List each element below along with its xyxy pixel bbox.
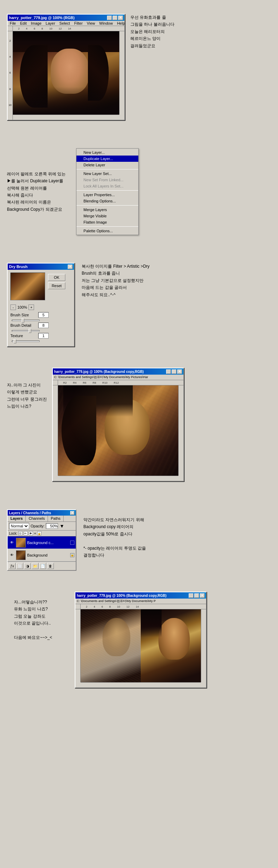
titlebar-buttons-4: _ □ ✕ <box>166 369 182 374</box>
zoom-out-btn[interactable]: - <box>10 304 16 310</box>
photoshop-window-6: harry_potter_779.jpg @ 100% (Background … <box>75 592 207 688</box>
menu-merge-layers[interactable]: Merge Layers <box>76 207 138 213</box>
lock-paint-btn[interactable]: ✏ <box>24 531 28 535</box>
layers-close[interactable]: ✕ <box>70 511 74 515</box>
h-ruler-4: R2R4R6R8R10R12 <box>58 380 183 385</box>
zoom-in-btn[interactable]: + <box>28 304 34 310</box>
s5-line4 <box>83 537 146 544</box>
opacity-arrow[interactable]: ▼ <box>59 523 64 529</box>
h-scrollbar-6[interactable] <box>81 682 201 687</box>
v-scrollbar-1[interactable] <box>119 31 124 115</box>
s2-line1: 레이어 팔레트 오른쪽 위에 있는 <box>7 170 66 177</box>
brush-detail-slider[interactable] <box>12 330 40 332</box>
brush-size-slider[interactable] <box>12 320 40 321</box>
menu-select[interactable]: Select <box>59 21 71 25</box>
lock-move-btn[interactable]: ✚ <box>29 531 33 535</box>
minimize-btn-1[interactable]: _ <box>107 16 112 20</box>
texture-thumb[interactable] <box>14 339 16 343</box>
layer-name-1: Background c... <box>27 541 54 545</box>
brush-size-input[interactable]: 5 <box>38 312 49 318</box>
folder-btn[interactable]: 📁 <box>32 563 39 569</box>
s5-line6: 결정합니다 <box>83 552 146 559</box>
layer-row-2[interactable]: 👁 Background 🔒 <box>8 549 76 561</box>
menu-flatten-image[interactable]: Flatten Image <box>76 219 138 225</box>
lock-row: Lock: ⊡ ✏ ✚ + 🔒 <box>8 531 76 536</box>
ok-button[interactable]: OK <box>48 274 65 281</box>
maximize-btn-4[interactable]: □ <box>172 369 177 374</box>
section-4: 자..아까 그 사진이 이렇게 변했군요 그런데 너무 뭉그러진 느낌이 나죠?… <box>0 364 278 485</box>
brush-size-thumb[interactable] <box>22 318 24 323</box>
new-layer-btn[interactable]: 📄 <box>39 563 46 569</box>
titlebar-6: harry_potter_779.jpg @ 100% (Background … <box>75 592 206 599</box>
menu-palette-options[interactable]: Palette Options... <box>76 228 138 234</box>
tab-channels[interactable]: Channels <box>26 516 48 521</box>
texture-input[interactable] <box>38 333 49 339</box>
lock-all-btn[interactable]: 🔒 <box>37 531 41 535</box>
split-canvas <box>81 609 201 682</box>
texture-slider[interactable] <box>12 341 40 342</box>
brush-detail-thumb[interactable] <box>28 329 31 333</box>
layers-win-btns: ✕ <box>70 511 74 515</box>
s4-line3: 그런데 너무 뭉그러진 <box>7 396 47 403</box>
menu-image[interactable]: Image <box>30 21 42 25</box>
opacity-input[interactable] <box>46 523 58 529</box>
menu-edit[interactable]: Edit <box>19 21 27 25</box>
s6-line2: 유화 느낌이 나죠? <box>14 606 70 612</box>
menu-duplicate-layer[interactable]: Duplicate Layer... <box>76 156 138 162</box>
menu-help[interactable]: Help <box>116 21 126 25</box>
section4-text: 자..아까 그 사진이 이렇게 변했군요 그런데 너무 뭉그러진 느낌이 나죠? <box>7 382 47 410</box>
menu-view[interactable]: View <box>86 21 96 25</box>
lock-transparent-btn[interactable]: ⊡ <box>18 531 23 535</box>
brush-detail-input[interactable] <box>38 323 49 328</box>
layer-row-1[interactable]: 👁 Background c... <box>8 536 76 549</box>
menu-blending-options[interactable]: Blending Options... <box>76 198 138 204</box>
reset-button[interactable]: Reset <box>48 282 65 289</box>
zoom-label: 100% <box>17 305 27 309</box>
eye-icon-1[interactable]: 👁 <box>9 540 15 545</box>
menu-layer-properties[interactable]: Layer Properties... <box>76 192 138 198</box>
h-scrollbar-4[interactable] <box>58 476 178 481</box>
s4-line2: 이렇게 변했군요 <box>7 389 47 395</box>
layers-footer: ƒx ⬜ ◑ 📁 📄 🗑 <box>8 561 76 570</box>
minimize-btn-4[interactable]: _ <box>166 369 171 374</box>
h-scrollbar-1[interactable] <box>13 115 119 120</box>
zoom-row: - 100% + <box>10 304 71 310</box>
minimize-btn-6[interactable]: _ <box>189 593 194 598</box>
brush-size-slider-row <box>10 319 71 323</box>
layer-lock-icon-1 <box>70 541 74 545</box>
menu-filter[interactable]: Filter <box>73 21 83 25</box>
adjustment-btn[interactable]: ◑ <box>24 563 31 569</box>
tab-paths[interactable]: Paths <box>48 516 64 521</box>
v-scrollbar-6[interactable] <box>201 609 206 682</box>
close-btn-6[interactable]: ✕ <box>200 593 205 598</box>
menu-delete-layer[interactable]: Delete Layer <box>76 162 138 168</box>
menu-merge-visible[interactable]: Merge Visible <box>76 213 138 219</box>
delete-layer-btn[interactable]: 🗑 <box>47 563 54 569</box>
menu-new-layer-set[interactable]: New Layer Set... <box>76 170 138 177</box>
close-btn-1[interactable]: ✕ <box>118 16 123 20</box>
clear-half <box>141 609 201 682</box>
maximize-btn-6[interactable]: □ <box>194 593 199 598</box>
page-wrapper: harry_potter_779.jpg @ 100% (RGB) _ □ ✕ … <box>0 0 278 868</box>
layer-menu-popup: New Layer... Duplicate Layer... Delete L… <box>76 148 139 235</box>
menu-layer[interactable]: Layer <box>45 21 56 25</box>
blend-mode-select[interactable]: Normal <box>9 523 29 529</box>
menu-window[interactable]: Window <box>99 21 114 25</box>
eye-icon-2[interactable]: 👁 <box>9 552 15 558</box>
s2-line4: 복사해 줍시다 <box>7 192 66 199</box>
s6-line5 <box>14 627 70 634</box>
fx-btn[interactable]: ƒx <box>9 563 16 569</box>
menu-file[interactable]: File <box>9 21 17 25</box>
menu-sep-4 <box>76 226 138 227</box>
titlebar-1: harry_potter_779.jpg @ 100% (RGB) _ □ ✕ <box>8 15 124 21</box>
maximize-btn-1[interactable]: □ <box>113 16 117 20</box>
close-btn-4[interactable]: ✕ <box>177 369 182 374</box>
s3-line1: 복사한 이미지를 Filter > Artistic >Dry Brush의 효… <box>82 263 151 277</box>
brush-detail-slider-row <box>10 329 71 333</box>
v-scrollbar-4[interactable] <box>178 385 183 476</box>
dry-brush-close[interactable]: ✕ <box>68 265 73 269</box>
mask-btn[interactable]: ⬜ <box>16 563 23 569</box>
s5-line3: opacity값을 50%로 줍시다 <box>83 531 146 537</box>
menu-new-layer[interactable]: New Layer... <box>76 149 138 156</box>
tab-layers[interactable]: Layers <box>8 516 26 521</box>
